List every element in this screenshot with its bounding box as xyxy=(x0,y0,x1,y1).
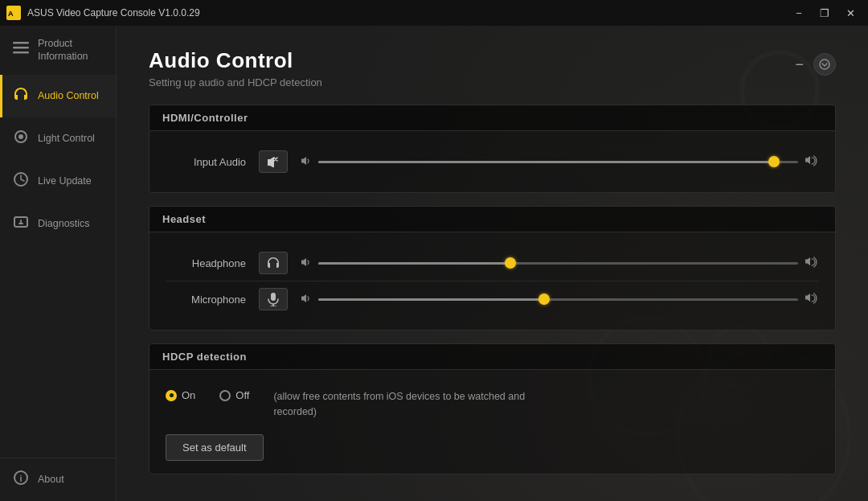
microphone-thumb[interactable] xyxy=(538,294,550,305)
input-audio-fill xyxy=(318,161,774,163)
svg-rect-2 xyxy=(13,42,29,44)
hdcp-section-body: On Off (allow free contents from iOS dev… xyxy=(149,370,835,474)
mute-icon xyxy=(266,156,280,167)
content-inner: Audio Control Setting up audio and HDCP … xyxy=(117,26,868,501)
headphone-slider-container xyxy=(301,257,819,270)
headphone-label: Headphone xyxy=(166,257,246,269)
hdcp-off-label: Off xyxy=(235,389,249,401)
headset-section-header: Headset xyxy=(149,207,835,232)
headphone-icon-button[interactable] xyxy=(259,252,288,274)
sidebar-bottom: i About xyxy=(0,458,116,501)
page-header: Audio Control Setting up audio and HDCP … xyxy=(149,48,836,88)
svg-rect-12 xyxy=(271,293,276,301)
input-audio-mute-button[interactable] xyxy=(259,150,288,173)
headphone-fill xyxy=(318,262,510,265)
svg-point-11 xyxy=(820,60,829,69)
header-controls: − xyxy=(792,53,836,76)
input-audio-slider-container xyxy=(301,155,819,169)
microphone-row: Microphone xyxy=(166,281,819,317)
volume-high-icon xyxy=(805,155,819,169)
mic-vol-low-icon xyxy=(301,294,312,306)
svg-rect-4 xyxy=(13,51,29,54)
close-button[interactable]: ✕ xyxy=(839,4,862,22)
hdcp-on-radio[interactable] xyxy=(166,390,177,401)
sidebar-label-light: Light Control xyxy=(38,132,95,145)
update-icon xyxy=(12,171,30,191)
chevron-down-icon xyxy=(819,59,830,70)
svg-text:i: i xyxy=(20,474,23,483)
microphone-device-icon xyxy=(267,292,280,306)
minimize-button[interactable]: − xyxy=(788,4,810,22)
svg-text:A: A xyxy=(8,10,14,18)
set-as-default-button[interactable]: Set as default xyxy=(166,434,264,461)
headphone-slider[interactable] xyxy=(318,262,798,265)
input-audio-slider[interactable] xyxy=(318,161,798,163)
hdcp-options-row: On Off (allow free contents from iOS dev… xyxy=(166,383,819,426)
sidebar-label-update: Live Update xyxy=(38,175,92,187)
hdcp-note: (allow free contents from iOS devices to… xyxy=(273,389,530,420)
hdmi-section-header: HDMI/Controller xyxy=(149,105,835,131)
volume-low-icon xyxy=(301,156,312,168)
hdcp-section-header: HDCP detection xyxy=(149,344,835,370)
svg-rect-3 xyxy=(13,47,29,49)
input-audio-row: Input Audio xyxy=(166,144,819,179)
sidebar-label-about: About xyxy=(38,473,64,486)
headphone-vol-high-icon xyxy=(805,257,819,270)
diagnostics-icon xyxy=(12,214,30,234)
titlebar-left: A ASUS Video Capture Console V1.0.0.29 xyxy=(6,6,200,20)
sidebar-label-product: Product Information xyxy=(38,37,106,64)
sidebar-item-product-information[interactable]: Product Information xyxy=(0,26,116,75)
hdcp-on-option[interactable]: On xyxy=(166,389,195,401)
microphone-slider-container xyxy=(301,293,819,306)
hdmi-controller-section: HDMI/Controller Input Audio xyxy=(149,105,836,193)
headphone-row: Headphone xyxy=(166,245,819,281)
page-minimize-button[interactable]: − xyxy=(792,56,807,73)
titlebar-title: ASUS Video Capture Console V1.0.0.29 xyxy=(27,7,200,18)
sidebar-item-audio-control[interactable]: Audio Control xyxy=(0,75,116,117)
hdcp-on-label: On xyxy=(182,389,195,401)
hdmi-section-body: Input Audio xyxy=(149,131,835,192)
info-icon: i xyxy=(12,470,30,490)
mic-vol-high-icon xyxy=(805,293,819,306)
content-area: Audio Control Setting up audio and HDCP … xyxy=(117,26,868,501)
microphone-slider[interactable] xyxy=(318,298,798,301)
sidebar-item-about[interactable]: i About xyxy=(0,458,116,501)
svg-point-6 xyxy=(18,134,23,139)
menu-icon xyxy=(12,42,30,59)
sidebar-item-light-control[interactable]: Light Control xyxy=(0,117,116,160)
hdcp-off-option[interactable]: Off xyxy=(219,389,249,401)
input-audio-label: Input Audio xyxy=(166,156,246,168)
sidebar-item-diagnostics[interactable]: Diagnostics xyxy=(0,203,116,245)
light-icon xyxy=(12,129,30,149)
headset-section: Headset Headphone xyxy=(149,206,836,331)
hdcp-off-radio[interactable] xyxy=(219,390,231,401)
app-body: Product Information Audio Control Light … xyxy=(0,26,868,501)
headphone-device-icon xyxy=(266,256,280,270)
hdcp-section: HDCP detection On Off (allow free conten… xyxy=(149,343,836,474)
restore-button[interactable]: ❐ xyxy=(813,4,836,22)
page-expand-button[interactable] xyxy=(813,53,836,76)
headphone-vol-low-icon xyxy=(301,257,312,269)
sidebar-label-audio: Audio Control xyxy=(38,89,99,102)
microphone-label: Microphone xyxy=(166,294,246,306)
sidebar: Product Information Audio Control Light … xyxy=(0,26,117,501)
page-title-group: Audio Control Setting up audio and HDCP … xyxy=(149,48,322,88)
page-title: Audio Control xyxy=(149,48,322,73)
headphone-icon xyxy=(12,86,30,106)
page-subtitle: Setting up audio and HDCP detection xyxy=(149,76,322,88)
input-audio-thumb[interactable] xyxy=(768,156,780,167)
headset-section-body: Headphone xyxy=(149,232,835,330)
sidebar-item-live-update[interactable]: Live Update xyxy=(0,160,116,203)
headphone-thumb[interactable] xyxy=(505,257,516,269)
titlebar: A ASUS Video Capture Console V1.0.0.29 −… xyxy=(0,0,868,26)
sidebar-label-diagnostics: Diagnostics xyxy=(38,217,90,230)
microphone-icon-button[interactable] xyxy=(259,288,288,310)
microphone-fill xyxy=(318,298,544,301)
asus-logo-icon: A xyxy=(6,6,21,20)
titlebar-controls: − ❐ ✕ xyxy=(788,4,862,22)
